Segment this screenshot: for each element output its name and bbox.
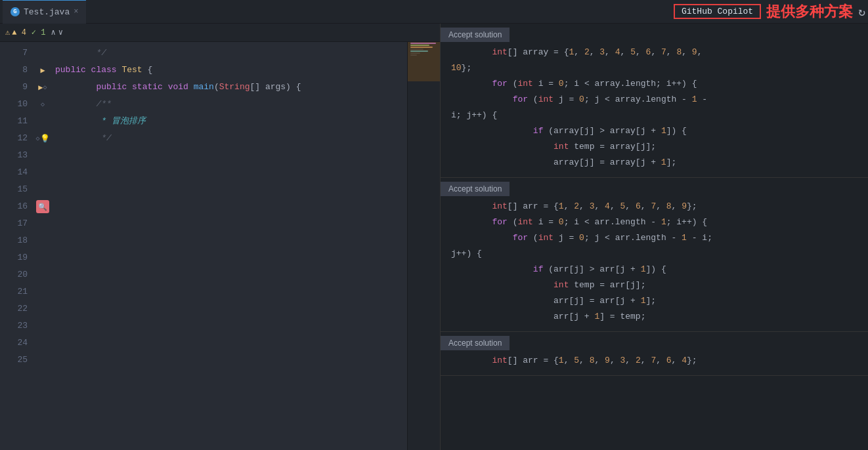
gutter-row-11: [33, 113, 53, 130]
copilot-button[interactable]: GitHub Copilot: [674, 4, 761, 19]
fold-icon-9[interactable]: ◇: [43, 83, 47, 91]
editor-toolbar: ⚠ ▲ 4 ✓ 1 ∧ ∨: [0, 24, 440, 42]
code-line-18: [53, 232, 407, 249]
line-num-13: 13: [0, 147, 28, 164]
line-num-20: 20: [0, 266, 28, 283]
code-line-13: [53, 147, 407, 164]
accept-label-3: Accept solution: [448, 338, 502, 348]
code-line-22: [53, 300, 407, 317]
code-content[interactable]: */ public class Test { public static voi…: [53, 42, 407, 450]
line-num-17: 17: [0, 215, 28, 232]
accept-solution-3-button[interactable]: Accept solution: [441, 336, 510, 350]
code-area: 7 8 9 10 11 12 13 14 15 16 17 18 19 20 2…: [0, 42, 440, 450]
gutter-row-20: [33, 266, 53, 283]
tab-right-area: GitHub Copilot 提供多种方案 ↻: [674, 2, 865, 22]
line-num-12: 12: [0, 130, 28, 147]
gutter-row-10[interactable]: ◇: [33, 96, 53, 113]
code-line-8: public class Test {: [53, 62, 407, 79]
tab-close-button[interactable]: ×: [74, 7, 78, 16]
warning-count: ▲ 4: [12, 28, 26, 37]
accept-solution-2-button[interactable]: Accept solution: [441, 182, 510, 196]
minimap-content: [408, 43, 440, 450]
line-num-7: 7: [0, 45, 28, 62]
gutter-row-9[interactable]: ▶ ◇: [33, 79, 53, 96]
accept-solution-1-button[interactable]: Accept solution: [441, 28, 510, 42]
ok-badge: ✓ 1: [32, 28, 46, 37]
line-num-21: 21: [0, 283, 28, 300]
gutter-row-8[interactable]: ▶: [33, 62, 53, 79]
minimap-highlight: [408, 42, 440, 81]
ok-count: ✓ 1: [32, 28, 46, 37]
tab-bar: Test.java × GitHub Copilot 提供多种方案 ↻: [0, 0, 868, 24]
line-num-16: 16: [0, 198, 28, 215]
code-line-16: [53, 198, 407, 215]
gutter: ▶ ▶ ◇ ◇ ◇ 💡: [33, 42, 53, 450]
gutter-row-7: [33, 45, 53, 62]
gutter-row-24: [33, 335, 53, 352]
line-num-23: 23: [0, 317, 28, 335]
code-line-20: [53, 266, 407, 283]
line-num-22: 22: [0, 300, 28, 317]
fold-icon-10[interactable]: ◇: [41, 100, 45, 108]
code-line-14: [53, 164, 407, 181]
arrow-up-icon[interactable]: ∧: [51, 28, 55, 37]
toolbar-arrows: ∧ ∨: [51, 28, 62, 37]
gutter-row-14: [33, 164, 53, 181]
line-num-19: 19: [0, 249, 28, 266]
line-num-11: 11: [0, 113, 28, 130]
copilot-code-1: int[] array = {1, 2, 3, 4, 5, 6, 7, 8, 9…: [441, 42, 868, 177]
run-arrow-8[interactable]: ▶: [40, 66, 45, 75]
code-line-9: public static void main(String[] args) {: [53, 79, 407, 96]
line-num-18: 18: [0, 232, 28, 249]
gutter-row-22: [33, 300, 53, 317]
code-line-19: [53, 249, 407, 266]
search-icon-16[interactable]: 🔍: [36, 200, 49, 213]
solution-block-2: Accept solution int[] arr = {1, 2, 3, 4,…: [441, 178, 868, 332]
code-line-21: [53, 283, 407, 300]
gutter-row-12[interactable]: ◇ 💡: [33, 130, 53, 147]
accept-label-2: Accept solution: [448, 184, 502, 194]
line-num-25: 25: [0, 352, 28, 369]
main-content: ⚠ ▲ 4 ✓ 1 ∧ ∨ 7 8 9 10 11 12 13 14: [0, 24, 868, 450]
copilot-label: GitHub Copilot: [682, 7, 753, 16]
copilot-panel[interactable]: Accept solution int[] array = {1, 2, 3, …: [440, 24, 868, 450]
line-num-10: 10: [0, 96, 28, 113]
line-numbers: 7 8 9 10 11 12 13 14 15 16 17 18 19 20 2…: [0, 42, 33, 450]
copilot-code-2: int[] arr = {1, 2, 3, 4, 5, 6, 7, 8, 9};…: [441, 196, 868, 331]
line-num-14: 14: [0, 164, 28, 181]
code-line-24: [53, 335, 407, 352]
line-num-8: 8: [0, 62, 28, 79]
warning-icon: ⚠: [5, 28, 10, 37]
gutter-row-17: [33, 215, 53, 232]
solution-block-3: Accept solution int[] arr = {1, 5, 8, 9,…: [441, 332, 868, 376]
line-num-15: 15: [0, 181, 28, 198]
editor-panel: ⚠ ▲ 4 ✓ 1 ∧ ∨ 7 8 9 10 11 12 13 14: [0, 24, 440, 450]
minimap[interactable]: [407, 42, 440, 450]
gutter-row-16[interactable]: 🔍: [33, 198, 53, 215]
gutter-row-21: [33, 283, 53, 300]
annotation-text: 提供多种方案: [766, 2, 853, 22]
accept-label-1: Accept solution: [448, 30, 502, 39]
code-line-11: * 冒泡排序: [53, 113, 407, 130]
line-num-9: 9: [0, 79, 28, 96]
code-line-15: [53, 181, 407, 198]
gutter-row-25: [33, 352, 53, 369]
code-line-23: [53, 317, 407, 335]
line-num-24: 24: [0, 335, 28, 352]
java-file-icon: [11, 7, 20, 16]
solution-block-1: Accept solution int[] array = {1, 2, 3, …: [441, 24, 868, 178]
code-line-10: /**: [53, 96, 407, 113]
code-line-25: [53, 352, 407, 369]
code-line-7: */: [53, 45, 407, 62]
run-arrow-9[interactable]: ▶: [38, 83, 43, 92]
arrow-down-icon[interactable]: ∨: [58, 28, 63, 37]
gutter-row-19: [33, 249, 53, 266]
gutter-row-13: [33, 147, 53, 164]
refresh-icon[interactable]: ↻: [858, 5, 865, 19]
bulb-icon-12[interactable]: 💡: [40, 134, 50, 144]
gutter-row-18: [33, 232, 53, 249]
gutter-row-15: [33, 181, 53, 198]
tab-test-java[interactable]: Test.java ×: [3, 0, 86, 24]
warning-badge: ⚠ ▲ 4: [5, 28, 26, 37]
code-line-12: */: [53, 130, 407, 147]
